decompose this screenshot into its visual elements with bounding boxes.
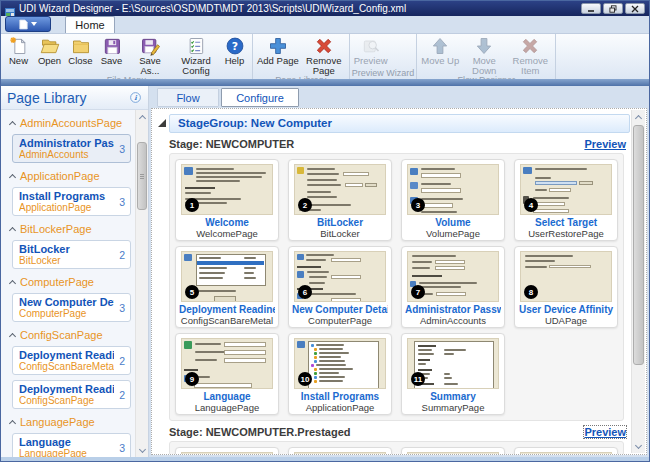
stage-section: Stage: NEWCOMPUTER.PrestagedPreview [169, 426, 630, 455]
sidebar-scrollbar-thumb[interactable] [137, 142, 147, 210]
sidebar-group-label: BitLockerPage [20, 223, 92, 235]
page-card-type: UDAPage [518, 315, 614, 326]
sidebar-page-item[interactable]: Deployment ReadinessConfigScanBareMetal2 [12, 346, 131, 375]
page-card[interactable] [288, 447, 392, 455]
main-scrollbar[interactable] [631, 110, 645, 453]
new-button[interactable]: New [3, 35, 34, 66]
stage-group-header[interactable]: StageGroup: New Computer [169, 114, 630, 133]
page-card-type: AdminAccounts [405, 315, 501, 326]
expander-icon[interactable] [158, 119, 166, 127]
page-item-title: Deployment Readiness [19, 349, 114, 361]
page-card[interactable]: 7Administrator Passw...AdminAccounts [401, 246, 505, 328]
stage-label: Stage: NEWCOMPUTER.Prestaged [169, 426, 351, 438]
save-button[interactable]: Save [96, 35, 127, 66]
page-card[interactable]: 8User Device AffinityUDAPage [514, 246, 618, 328]
page-item-title: New Computer Details [19, 296, 114, 308]
page-card-title: Welcome [179, 217, 275, 228]
page-thumbnail: 11 [407, 338, 499, 389]
wizard-config-button[interactable]: Wizard Config [173, 35, 219, 75]
sidebar-page-item[interactable]: BitLockerBitLocker2 [12, 240, 131, 269]
close-folder-icon [71, 35, 91, 56]
ribbon-tab-home[interactable]: Home [65, 16, 115, 33]
svg-text:?: ? [231, 39, 237, 52]
minimize-button[interactable] [581, 3, 601, 14]
page-card[interactable]: 2BitLockerBitLocker [288, 159, 392, 241]
scroll-up-icon[interactable] [136, 110, 148, 123]
save-as-icon [140, 35, 160, 56]
page-card[interactable]: 10Install ProgramsApplicationPage [288, 333, 392, 415]
page-card[interactable]: 1WelcomeWelcomePage [175, 159, 279, 241]
button-label: Help [225, 56, 245, 66]
scroll-down-icon[interactable] [136, 444, 148, 457]
scroll-down-icon[interactable] [632, 440, 645, 453]
page-card[interactable]: 5Deployment ReadinessConfigScanBareMetal [175, 246, 279, 328]
scroll-up-icon[interactable] [632, 110, 645, 123]
remove-page-button[interactable]: Remove Page [301, 35, 347, 75]
button-label: Wizard Config [175, 56, 217, 75]
page-item-count: 3 [119, 196, 125, 208]
page-card-title: Language [179, 391, 275, 402]
page-card[interactable]: 9LanguageLanguagePage [175, 333, 279, 415]
sidebar-group-label: LanguagePage [20, 416, 95, 428]
move-up-button: Move Up [419, 35, 461, 66]
page-thumbnail [294, 452, 386, 455]
stage-preview-link[interactable]: Preview [584, 138, 626, 150]
sidebar-page-item[interactable]: LanguageLanguagePage3 [12, 433, 131, 457]
stage-preview-link[interactable]: Preview [584, 426, 626, 438]
page-item-count: 3 [119, 442, 125, 454]
sidebar-group-applicationpage[interactable]: ApplicationPage [8, 170, 132, 182]
page-card[interactable]: 11SummarySummaryPage [401, 333, 505, 415]
page-card[interactable] [175, 447, 279, 455]
sidebar-page-item[interactable]: Deployment ReadinessConfigScanPage2 [12, 380, 131, 409]
restore-icon [609, 5, 617, 13]
page-card[interactable] [514, 447, 618, 455]
page-item-title: BitLocker [19, 243, 114, 255]
main-scrollbar-thumb[interactable] [633, 125, 644, 365]
stage-page-grid [169, 441, 624, 455]
sidebar-group-adminaccountspage[interactable]: AdminAccountsPage [8, 117, 132, 129]
info-icon[interactable]: i [129, 91, 142, 104]
page-thumbnail: 7 [407, 251, 499, 302]
help-button[interactable]: ?Help [219, 35, 250, 66]
sidebar-group-label: ConfigScanPage [20, 329, 103, 341]
designer-tabs: FlowConfigure [149, 86, 649, 108]
sidebar-scrollbar[interactable] [135, 110, 148, 457]
page-card[interactable]: 3VolumeVolumePage [401, 159, 505, 241]
tab-flow[interactable]: Flow [157, 88, 219, 107]
sidebar-group-label: ComputerPage [20, 276, 94, 288]
sidebar-group-bitlockerpage[interactable]: BitLockerPage [8, 223, 132, 235]
sidebar-page-item[interactable]: Administrator PasswordAdminAccounts3 [12, 134, 131, 163]
save-as-button[interactable]: Save As... [127, 35, 173, 75]
close-button[interactable]: Close [65, 35, 96, 66]
collapse-chevron-icon [9, 120, 16, 127]
page-card-title: BitLocker [292, 217, 388, 228]
page-number-badge: 8 [524, 285, 538, 299]
preview-icon [361, 35, 381, 56]
new-document-icon [9, 35, 29, 56]
button-label: New [9, 56, 28, 66]
tab-configure[interactable]: Configure [221, 88, 299, 107]
button-label: Remove Page [303, 56, 345, 75]
close-button[interactable] [625, 3, 645, 14]
sidebar-group-computerpage[interactable]: ComputerPage [8, 276, 132, 288]
open-button[interactable]: Open [34, 35, 65, 66]
application-menu-button[interactable] [5, 16, 51, 32]
collapse-chevron-icon [9, 173, 16, 180]
sidebar-group-languagepage[interactable]: LanguagePage [8, 416, 132, 428]
restore-button[interactable] [603, 3, 623, 14]
page-card[interactable]: 6New Computer DetailsComputerPage [288, 246, 392, 328]
page-number-badge: 10 [298, 372, 312, 386]
page-card[interactable]: 4Select TargetUserRestorePage [514, 159, 618, 241]
sidebar-page-item[interactable]: Install ProgramsApplicationPage3 [12, 187, 131, 216]
page-card-title: Administrator Passw... [405, 304, 501, 315]
sidebar-header: Page Library i [1, 86, 148, 110]
page-card-title: Volume [405, 217, 501, 228]
move-down-button: Move Down [461, 35, 507, 75]
sidebar-page-item[interactable]: New Computer DetailsComputerPage3 [12, 293, 131, 322]
page-item-type: ConfigScanPage [19, 395, 114, 406]
add-page-button[interactable]: Add Page [255, 35, 301, 66]
page-thumbnail: 1 [181, 164, 273, 215]
page-card[interactable] [401, 447, 505, 455]
page-card-title: New Computer Details [292, 304, 388, 315]
sidebar-group-configscanpage[interactable]: ConfigScanPage [8, 329, 132, 341]
